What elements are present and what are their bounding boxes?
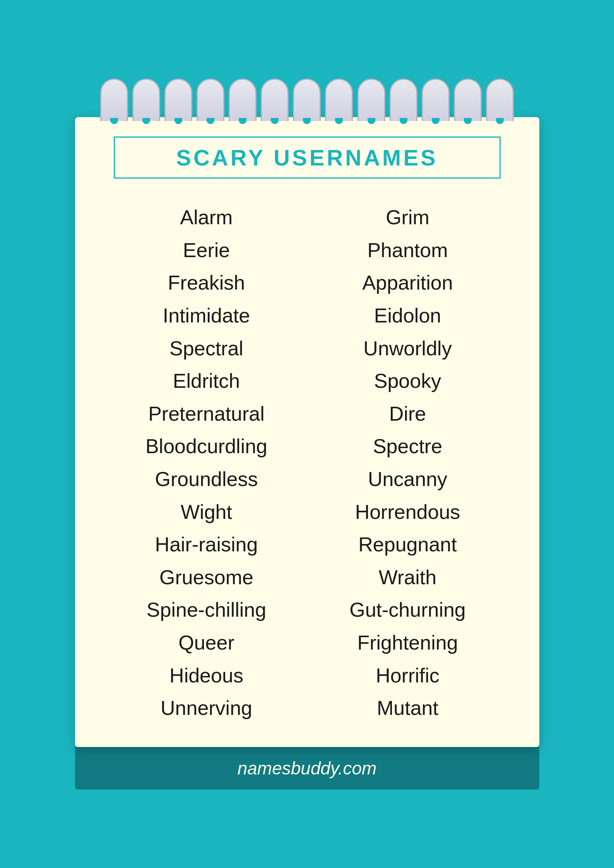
spiral-loop-7 — [293, 78, 321, 121]
right-name-item: Horrific — [376, 660, 440, 691]
right-name-item: Grim — [386, 202, 429, 233]
spiral-container — [75, 78, 539, 121]
left-name-item: Preternatural — [148, 398, 265, 430]
spiral-loop-13 — [486, 78, 514, 121]
right-name-item: Gut-churning — [349, 594, 466, 626]
right-name-item: Phantom — [367, 235, 448, 266]
spiral-loop-5 — [229, 78, 257, 121]
left-name-item: Hideous — [169, 660, 243, 691]
left-name-item: Hair-raising — [155, 529, 258, 560]
left-name-item: Alarm — [180, 202, 233, 233]
spiral-loop-4 — [197, 78, 224, 121]
spiral-loop-11 — [422, 78, 450, 121]
page-wrapper: SCARY USERNAMES AlarmEerieFreakishIntimi… — [0, 0, 614, 868]
left-name-item: Freakish — [168, 267, 245, 298]
right-column: GrimPhantomApparitionEidolonUnworldlySpo… — [307, 202, 508, 724]
right-name-item: Apparition — [362, 267, 453, 298]
right-name-item: Mutant — [377, 692, 438, 724]
left-name-item: Gruesome — [159, 562, 253, 593]
left-name-item: Eldritch — [173, 365, 240, 397]
left-name-item: Intimidate — [163, 300, 250, 331]
left-name-item: Eerie — [183, 235, 230, 266]
spiral-loop-2 — [132, 78, 160, 121]
right-name-item: Repugnant — [358, 529, 457, 560]
right-name-item: Unworldly — [363, 333, 452, 364]
right-name-item: Spectre — [373, 431, 442, 462]
left-name-item: Unnerving — [161, 692, 252, 724]
footer-url: namesbuddy.com — [238, 758, 377, 778]
left-name-item: Spine-chilling — [147, 594, 266, 626]
notebook: SCARY USERNAMES AlarmEerieFreakishIntimi… — [75, 117, 539, 747]
spiral-loop-3 — [164, 78, 192, 121]
left-column: AlarmEerieFreakishIntimidateSpectralEldr… — [106, 202, 307, 724]
names-grid: AlarmEerieFreakishIntimidateSpectralEldr… — [106, 202, 508, 724]
spiral-loop-8 — [325, 78, 353, 121]
left-name-item: Bloodcurdling — [145, 431, 267, 462]
page-title: SCARY USERNAMES — [176, 145, 438, 170]
right-name-item: Horrendous — [355, 496, 460, 528]
right-name-item: Dire — [389, 398, 426, 430]
left-name-item: Wight — [181, 496, 232, 528]
left-name-item: Queer — [178, 627, 234, 658]
right-name-item: Uncanny — [368, 464, 447, 495]
footer: namesbuddy.com — [75, 747, 539, 790]
spiral-loop-6 — [261, 78, 289, 121]
right-name-item: Frightening — [357, 627, 458, 658]
right-name-item: Eidolon — [374, 300, 441, 331]
right-name-item: Spooky — [374, 365, 441, 397]
left-name-item: Spectral — [169, 333, 243, 364]
spiral-loop-1 — [100, 78, 128, 121]
title-box: SCARY USERNAMES — [114, 136, 501, 179]
right-name-item: Wraith — [379, 562, 436, 593]
spiral-loop-10 — [390, 78, 417, 121]
spiral-loop-12 — [454, 78, 482, 121]
spiral-loop-9 — [357, 78, 385, 121]
left-name-item: Groundless — [155, 464, 258, 495]
